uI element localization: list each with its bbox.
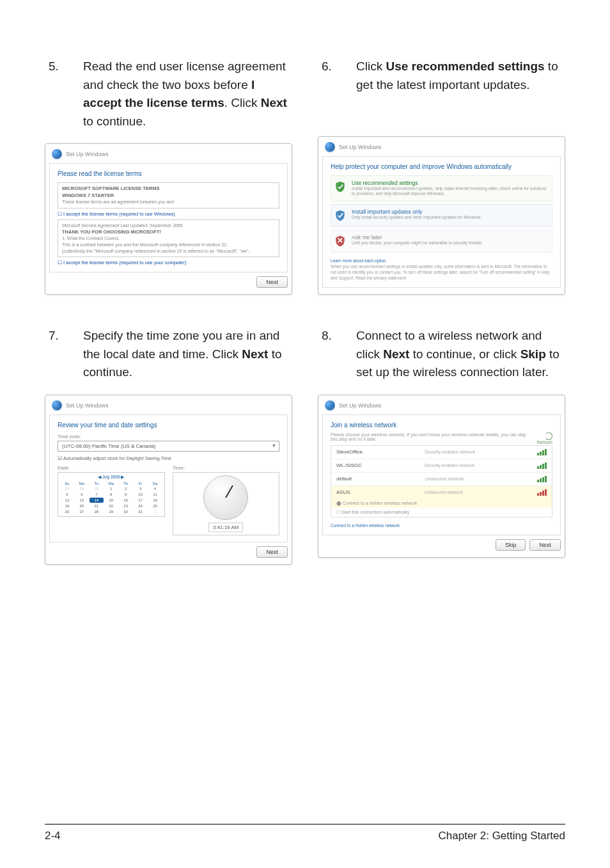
wifi-network-item[interactable]: SteveOfficeSecurity-enabled network xyxy=(331,446,552,459)
windows-orb-icon xyxy=(52,149,62,159)
step-6: 6. Click Use recommended settings to get… xyxy=(318,58,565,94)
step-6-b1: Use recommended settings xyxy=(386,59,544,73)
step-5-mid: . Click xyxy=(224,96,261,109)
opt3-title: Ask me later xyxy=(352,234,483,241)
refresh-label: Refresh xyxy=(536,440,552,445)
learn-more-link[interactable]: Learn more about each option xyxy=(331,258,386,263)
window-title: Set Up Windows xyxy=(339,144,382,150)
license-b2-line3: 1. What the Contract Covers. xyxy=(62,235,275,242)
next-button[interactable]: Next xyxy=(529,539,561,551)
step-8-text: Connect to a wireless network and click … xyxy=(356,327,565,382)
step-8-b1: Next xyxy=(383,347,409,361)
signal-bars-icon xyxy=(537,489,547,496)
page-number: 2-4 xyxy=(45,830,61,842)
step-8-number: 8. xyxy=(318,327,356,382)
wifi-sub: Please choose your wireless network. If … xyxy=(331,432,533,441)
calendar-month: ◀ July 2009 ▶ xyxy=(60,475,162,480)
step-8-b2: Skip xyxy=(520,347,546,361)
wifi-security: Security-enabled network xyxy=(363,450,537,454)
screenshot-protect: Set Up Windows Help protect your compute… xyxy=(318,136,565,295)
step-7: 7. Specify the time zone you are in and … xyxy=(45,327,292,382)
license-b1-line2: WINDOWS 7 STARTER xyxy=(62,193,275,200)
accept-checkbox-2[interactable]: ☐ I accept the license terms (required t… xyxy=(58,260,279,265)
license-b2-line2: THANK YOU FOR CHOOSING MICROSOFT! xyxy=(62,229,275,236)
wifi-list: SteveOfficeSecurity-enabled networkWL-52… xyxy=(331,445,552,517)
opt2-title: Install important updates only xyxy=(352,209,481,215)
step-5-number: 5. xyxy=(45,58,83,130)
license-block-1: MICROSOFT SOFTWARE LICENSE TERMS WINDOWS… xyxy=(58,182,279,209)
step-8-mid: to continue, or click xyxy=(409,347,520,361)
protect-heading: Help protect your computer and improve W… xyxy=(331,163,552,170)
step-7-b1: Next xyxy=(242,347,268,361)
license-b1-line3: These license terms are an agreement bet… xyxy=(62,199,275,205)
screenshot-datetime: Set Up Windows Review your time and date… xyxy=(45,395,292,565)
shield-blue-icon xyxy=(334,209,347,223)
step-5-text: Read the end user license agreement and … xyxy=(83,58,292,130)
step-5-pre: Read the end user license agreement and … xyxy=(83,59,286,91)
hidden-network-option[interactable]: ⬤ Connect to a hidden wireless network xyxy=(331,499,552,508)
svg-text:✕: ✕ xyxy=(337,236,343,244)
step-5-b2: Next xyxy=(261,96,287,109)
opt1-title: Use recommended settings xyxy=(352,180,549,186)
wifi-name: default xyxy=(336,476,352,482)
auto-connect-checkbox[interactable]: ☐ Start this connection automatically xyxy=(331,508,552,517)
step-6-text: Click Use recommended settings to get th… xyxy=(356,58,565,94)
calendar[interactable]: ◀ July 2009 ▶ SuMoTuWeThFrSa 28293012345… xyxy=(58,472,165,517)
screenshot-license: Set Up Windows Please read the license t… xyxy=(45,143,292,295)
chapter-title: Chapter 2: Getting Started xyxy=(439,830,565,842)
fine-print: When you use recommended settings or ins… xyxy=(331,264,550,280)
step-5-post: to continue. xyxy=(83,114,146,128)
step-8: 8. Connect to a wireless network and cli… xyxy=(318,327,565,382)
next-button[interactable]: Next xyxy=(256,546,288,558)
option-important-only[interactable]: Install important updates only Only inst… xyxy=(331,204,552,227)
next-button[interactable]: Next xyxy=(256,276,288,288)
time-label: Time: xyxy=(173,465,280,471)
option-recommended[interactable]: Use recommended settings Install importa… xyxy=(331,175,552,201)
opt1-sub: Install important and recommended update… xyxy=(352,186,549,197)
step-6-pre: Click xyxy=(356,59,386,73)
wifi-name: SteveOffice xyxy=(336,449,363,455)
option-ask-later[interactable]: ✕ Ask me later Until you decide, your co… xyxy=(331,230,552,253)
refresh-button[interactable]: Refresh xyxy=(533,432,552,445)
window-title: Set Up Windows xyxy=(339,402,382,409)
step-6-number: 6. xyxy=(318,58,356,94)
time-input[interactable]: 3:41:16 AM xyxy=(208,523,243,532)
clock-face-icon xyxy=(203,475,248,520)
signal-bars-icon xyxy=(537,449,547,455)
dst-checkbox[interactable]: ☑ Automatically adjust clock for Dayligh… xyxy=(58,455,279,461)
windows-orb-icon xyxy=(325,142,335,152)
license-block-2: Microsoft Service Agreement Last Updated… xyxy=(58,219,279,258)
accept-checkbox-1[interactable]: ☐ I accept the license terms (required t… xyxy=(58,211,279,217)
opt2-sub: Only install security updates and other … xyxy=(352,215,481,220)
datetime-heading: Review your time and date settings xyxy=(58,422,279,429)
windows-orb-icon xyxy=(325,400,335,411)
wifi-network-item[interactable]: ASUSUnsecured network xyxy=(331,485,552,499)
shield-red-icon: ✕ xyxy=(334,234,347,248)
wifi-name: WL-520GC xyxy=(336,462,362,468)
wifi-heading: Join a wireless network xyxy=(331,422,552,429)
wifi-security: Unsecured network xyxy=(352,477,537,481)
window-title: Set Up Windows xyxy=(66,151,109,157)
hidden-network-link[interactable]: Connect to a hidden wireless network xyxy=(331,523,400,528)
shield-green-icon xyxy=(334,180,347,194)
license-b2-line5: (collectively the "Microsoft company ref… xyxy=(62,248,275,255)
skip-button[interactable]: Skip xyxy=(496,539,526,551)
timezone-label: Time zone: xyxy=(58,434,279,439)
timezone-select[interactable]: (UTC-08:00) Pacific Time (US & Canada) xyxy=(58,441,279,452)
signal-bars-icon xyxy=(537,476,547,482)
clock: 3:41:16 AM xyxy=(173,472,280,535)
opt3-sub: Until you decide, your computer might be… xyxy=(352,241,483,246)
step-7-number: 7. xyxy=(45,327,83,382)
windows-orb-icon xyxy=(52,400,62,411)
wifi-security: Security-enabled network xyxy=(362,463,537,468)
screenshot-wireless: Set Up Windows Join a wireless network P… xyxy=(318,395,565,558)
refresh-icon xyxy=(545,432,552,440)
window-title: Set Up Windows xyxy=(66,402,109,409)
signal-bars-icon xyxy=(537,462,547,469)
step-7-text: Specify the time zone you are in and the… xyxy=(83,327,292,382)
wifi-network-item[interactable]: defaultUnsecured network xyxy=(331,472,552,485)
wifi-security: Unsecured network xyxy=(350,490,537,494)
wifi-name: ASUS xyxy=(336,489,350,495)
license-b1-line1: MICROSOFT SOFTWARE LICENSE TERMS xyxy=(62,185,275,193)
wifi-network-item[interactable]: WL-520GCSecurity-enabled network xyxy=(331,459,552,472)
